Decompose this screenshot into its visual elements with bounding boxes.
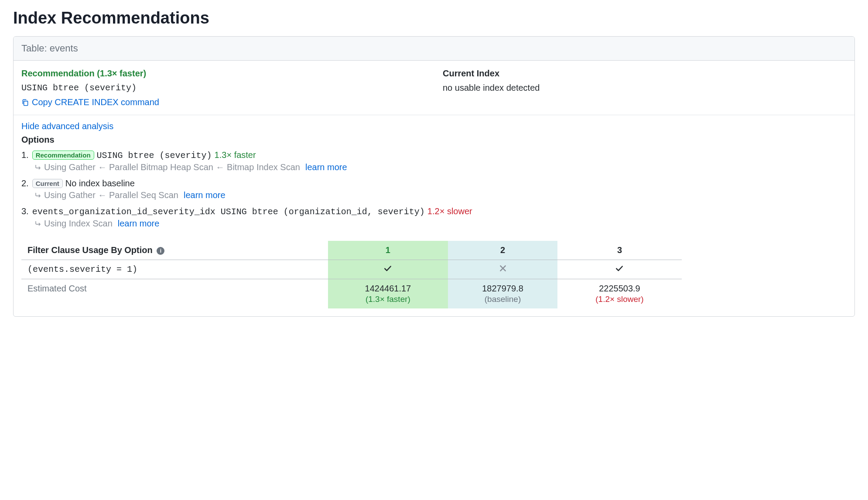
- col-header-1: 1: [328, 241, 448, 260]
- cost-sub: (1.3× faster): [334, 295, 442, 304]
- page-title: Index Recommendations: [13, 9, 855, 27]
- x-icon: [499, 264, 507, 272]
- copy-link-text: Copy CREATE INDEX command: [32, 97, 159, 107]
- usage-cell-3: [557, 260, 681, 279]
- usage-cell-1: [328, 260, 448, 279]
- recommendation-column: Recommendation (1.3× faster) USING btree…: [21, 68, 425, 109]
- recommendation-panel: Table: events Recommendation (1.3× faste…: [13, 36, 855, 317]
- option-2: 2. Current No index baseline Using Gathe…: [21, 178, 847, 200]
- filter-clause-cell: (events.severity = 1): [21, 260, 328, 279]
- cost-cell-3: 2225503.9 (1.2× slower): [557, 279, 681, 308]
- option-speed: 1.3× faster: [215, 150, 256, 160]
- option-number: 3.: [21, 206, 29, 216]
- option-plan: Using Gather ← Parallel Seq Scan: [44, 190, 178, 200]
- option-statement: No index baseline: [65, 178, 135, 188]
- current-index-column: Current Index no usable index detected: [443, 68, 847, 109]
- recommendation-statement: USING btree (severity): [21, 83, 425, 93]
- svg-rect-0: [24, 101, 28, 105]
- arrow-subitem-icon: [34, 192, 41, 199]
- recommendation-heading: Recommendation (1.3× faster): [21, 68, 425, 79]
- panel-header: Table: events: [14, 37, 854, 61]
- option-speed: 1.2× slower: [427, 206, 472, 216]
- filter-header-label: Filter Clause Usage By Option: [27, 245, 153, 255]
- option-number: 2.: [21, 178, 29, 188]
- col-header-2: 2: [448, 241, 558, 260]
- arrow-subitem-icon: [34, 164, 41, 171]
- learn-more-link[interactable]: learn more: [184, 190, 226, 200]
- cost-cell-1: 1424461.17 (1.3× faster): [328, 279, 448, 308]
- copy-create-index-link[interactable]: Copy CREATE INDEX command: [21, 97, 159, 107]
- table-name: events: [50, 43, 78, 54]
- cost-value: 1827979.8: [454, 284, 552, 294]
- filter-header-cell: Filter Clause Usage By Option i: [21, 241, 328, 260]
- current-index-value: no usable index detected: [443, 83, 847, 93]
- summary-section: Recommendation (1.3× faster) USING btree…: [14, 61, 854, 115]
- hide-advanced-link[interactable]: Hide advanced analysis: [21, 121, 113, 131]
- cost-sub: (baseline): [454, 295, 552, 304]
- cost-sub: (1.2× slower): [564, 295, 675, 304]
- cost-value: 2225503.9: [564, 284, 675, 294]
- option-1: 1. Recommendation USING btree (severity)…: [21, 150, 847, 172]
- check-icon: [384, 264, 392, 272]
- table-label-prefix: Table:: [21, 43, 50, 54]
- cost-cell-2: 1827979.8 (baseline): [448, 279, 558, 308]
- arrow-subitem-icon: [34, 220, 41, 227]
- option-statement: USING btree (severity): [97, 151, 212, 161]
- option-statement: events_organization_id_severity_idx USIN…: [32, 207, 425, 217]
- advanced-section: Hide advanced analysis Options 1. Recomm…: [14, 115, 854, 316]
- current-index-heading: Current Index: [443, 68, 847, 79]
- learn-more-link[interactable]: learn more: [118, 219, 160, 229]
- option-plan: Using Gather ← Parallel Bitmap Heap Scan…: [44, 162, 300, 172]
- filter-usage-table: Filter Clause Usage By Option i 1 2 3 (e…: [21, 241, 682, 308]
- current-badge: Current: [32, 179, 63, 188]
- option-3: 3. events_organization_id_severity_idx U…: [21, 206, 847, 229]
- filter-clause-row: (events.severity = 1): [21, 260, 682, 279]
- cost-label: Estimated Cost: [21, 279, 328, 308]
- recommendation-badge: Recommendation: [32, 151, 94, 160]
- usage-cell-2: [448, 260, 558, 279]
- info-icon[interactable]: i: [157, 247, 164, 255]
- option-number: 1.: [21, 150, 29, 160]
- learn-more-link[interactable]: learn more: [305, 162, 347, 172]
- estimated-cost-row: Estimated Cost 1424461.17 (1.3× faster) …: [21, 279, 682, 308]
- col-header-3: 3: [557, 241, 681, 260]
- check-icon: [615, 264, 623, 272]
- copy-icon: [21, 99, 29, 106]
- cost-value: 1424461.17: [334, 284, 442, 294]
- option-plan: Using Index Scan: [44, 219, 113, 229]
- options-heading: Options: [21, 135, 847, 145]
